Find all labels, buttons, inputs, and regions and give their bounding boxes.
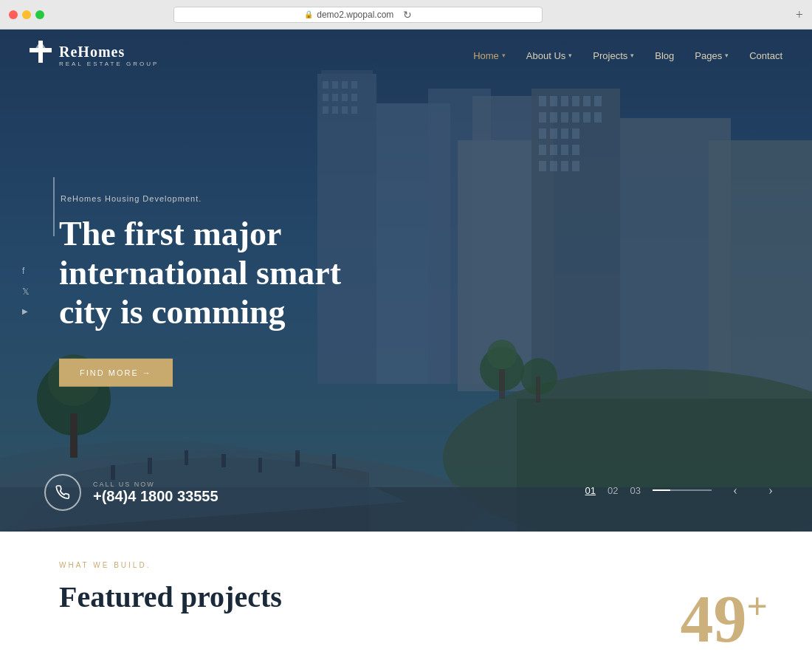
url-text: demo2.wpopal.com xyxy=(317,10,393,20)
chevron-down-icon: ▾ xyxy=(502,52,506,59)
browser-chrome: 🔒 demo2.wpopal.com ↻ + xyxy=(0,0,812,30)
website: ReHomes Real Estate Group Home ▾ About U… xyxy=(0,30,812,660)
call-info: CALL US NOW +(84)4 1800 33555 xyxy=(93,481,219,505)
hero-title: The first majorinternational smartcity i… xyxy=(59,215,341,332)
close-button[interactable] xyxy=(9,10,18,19)
maximize-button[interactable] xyxy=(35,10,44,19)
featured-title: Featured projects xyxy=(59,580,753,614)
chevron-down-icon: ▾ xyxy=(630,52,634,59)
navbar: ReHomes Real Estate Group Home ▾ About U… xyxy=(0,30,812,81)
minimize-button[interactable] xyxy=(22,10,31,19)
svg-marker-67 xyxy=(33,41,48,52)
logo-brand: ReHomes xyxy=(59,44,159,61)
nav-item-projects[interactable]: Projects ▾ xyxy=(593,50,634,61)
phone-icon-circle[interactable] xyxy=(44,474,81,511)
slide-1[interactable]: 01 xyxy=(585,485,596,496)
slide-next-button[interactable]: › xyxy=(759,478,782,502)
lock-icon: 🔒 xyxy=(304,10,313,18)
chevron-down-icon: ▾ xyxy=(725,52,729,59)
slider-controls: 01 02 03 ‹ › xyxy=(585,478,782,502)
nav-item-about[interactable]: About Us ▾ xyxy=(526,50,572,61)
hero-subtitle: ReHomes Housing Development. xyxy=(59,194,341,203)
stat-suffix: + xyxy=(747,585,768,627)
logo-icon xyxy=(30,41,52,70)
nav-links: Home ▾ About Us ▾ Projects ▾ Blog Pages … xyxy=(473,50,782,61)
new-tab-button[interactable]: + xyxy=(796,8,803,21)
youtube-link[interactable]: ▶ xyxy=(22,307,30,315)
nav-item-contact[interactable]: Contact xyxy=(749,50,782,61)
call-number: +(84)4 1800 33555 xyxy=(93,488,219,505)
refresh-icon[interactable]: ↻ xyxy=(403,9,412,21)
hero-content: ReHomes Housing Development. The first m… xyxy=(59,194,341,387)
nav-item-pages[interactable]: Pages ▾ xyxy=(695,50,729,61)
twitter-link[interactable]: 𝕏 xyxy=(22,286,30,297)
hero-decoration-line xyxy=(53,177,55,236)
below-fold-section: WHAT WE BUILD. Featured projects 49+ xyxy=(0,532,812,660)
chevron-down-icon: ▾ xyxy=(568,52,572,59)
find-more-button[interactable]: FIND MORE → xyxy=(59,358,173,386)
slide-numbers: 01 02 03 xyxy=(585,485,641,496)
nav-item-blog[interactable]: Blog xyxy=(655,50,674,61)
stat-number: 49+ xyxy=(681,586,768,653)
section-label: WHAT WE BUILD. xyxy=(59,561,753,569)
slide-progress-line xyxy=(653,489,712,491)
slide-prev-button[interactable]: ‹ xyxy=(723,478,747,502)
logo[interactable]: ReHomes Real Estate Group xyxy=(30,41,159,70)
call-label: CALL US NOW xyxy=(93,481,219,488)
logo-text: ReHomes Real Estate Group xyxy=(59,44,159,67)
facebook-link[interactable]: f xyxy=(22,266,30,276)
call-section: CALL US NOW +(84)4 1800 33555 xyxy=(44,474,219,511)
slide-2[interactable]: 02 xyxy=(608,485,618,496)
traffic-lights xyxy=(9,10,44,19)
hero-section: ReHomes Real Estate Group Home ▾ About U… xyxy=(0,30,812,532)
social-links: f 𝕏 ▶ xyxy=(22,266,30,315)
nav-item-home[interactable]: Home ▾ xyxy=(473,50,506,61)
logo-tagline: Real Estate Group xyxy=(59,61,159,67)
address-bar[interactable]: 🔒 demo2.wpopal.com ↻ xyxy=(173,7,543,23)
slide-3[interactable]: 03 xyxy=(630,485,641,496)
